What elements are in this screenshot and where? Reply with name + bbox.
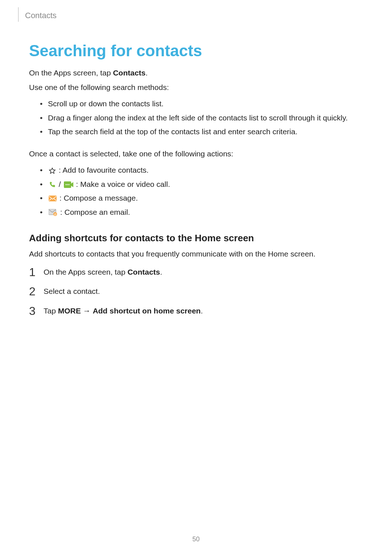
list-item: Scroll up or down the contacts list. — [40, 98, 363, 110]
action-call: / : Make a voice or video call. — [40, 178, 363, 190]
svg-rect-4 — [49, 196, 57, 201]
step-2: Select a contact. — [29, 286, 363, 297]
action-favourite: : Add to favourite contacts. — [40, 164, 363, 176]
svg-point-2 — [67, 184, 68, 185]
page-title: Searching for contacts — [29, 42, 363, 60]
after-select-text: Once a contact is selected, take one of … — [29, 148, 363, 160]
action-message: : Compose a message. — [40, 192, 363, 204]
steps-list: On the Apps screen, tap Contacts. Select… — [29, 266, 363, 317]
step-3: Tap MORE → Add shortcut on home screen. — [29, 305, 363, 317]
sub-heading: Adding shortcuts for contacts to the Hom… — [29, 233, 363, 244]
actions-list: : Add to favourite contacts. / : Make a … — [29, 164, 363, 218]
svg-point-1 — [65, 184, 66, 185]
sub-body: Add shortcuts to contacts that you frequ… — [29, 248, 363, 260]
list-item: Drag a finger along the index at the lef… — [40, 112, 363, 124]
intro-line-2: Use one of the following search methods: — [29, 82, 363, 93]
phone-icon — [49, 181, 56, 188]
message-icon — [49, 196, 57, 202]
svg-point-3 — [68, 184, 69, 185]
star-icon — [49, 167, 56, 175]
step-1: On the Apps screen, tap Contacts. — [29, 266, 363, 278]
search-methods-list: Scroll up or down the contacts list. Dra… — [29, 98, 363, 138]
page-header: Contacts — [18, 7, 363, 22]
page-number: 50 — [0, 535, 392, 543]
list-item: Tap the search field at the top of the c… — [40, 126, 363, 138]
svg-text:@: @ — [54, 213, 56, 216]
intro-line-1: On the Apps screen, tap Contacts. — [29, 67, 363, 79]
header-section-label: Contacts — [25, 11, 57, 20]
email-icon: @ — [49, 209, 57, 216]
video-call-icon — [64, 181, 73, 188]
action-email: @ : Compose an email. — [40, 206, 363, 218]
